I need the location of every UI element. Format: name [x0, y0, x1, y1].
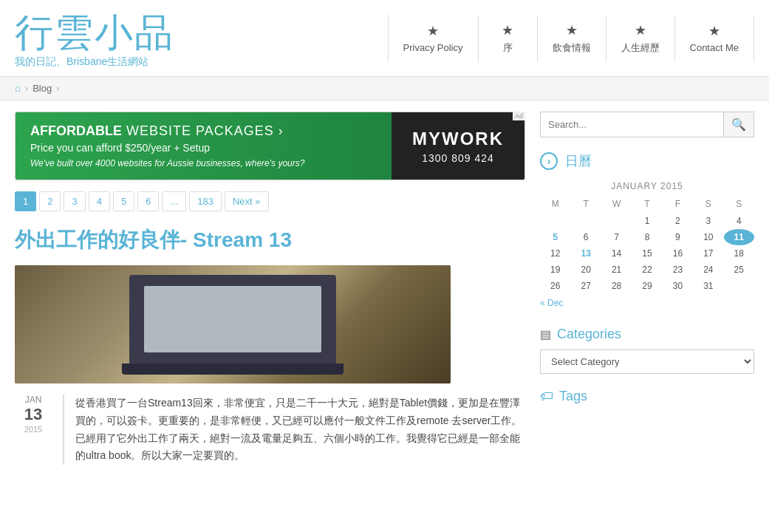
page-btn-3[interactable]: 3 — [64, 191, 85, 211]
category-select[interactable]: Select CategoryBrisbane生活旅遊飲食情報人生經歷技術分享 — [540, 349, 754, 374]
nav-item-privacy[interactable]: ★ Privacy Policy — [389, 15, 479, 62]
title-part2: 小品 — [95, 11, 174, 54]
calendar-nav[interactable]: « Dec — [540, 294, 754, 312]
page-btn-4[interactable]: 4 — [89, 191, 110, 211]
sidebar: 🔍 › 日曆 JANUARY 2015 MTWTFSS 123456789101… — [540, 112, 754, 472]
calendar-month: JANUARY 2015 — [540, 177, 754, 195]
nav-item-xu[interactable]: ★ 序 — [479, 15, 538, 62]
calendar-day[interactable]: 30 — [663, 278, 693, 294]
calendar-day[interactable]: 28 — [601, 278, 632, 294]
ad-title: AFFORDABLE WEBSITE PACKAGES › — [30, 123, 377, 139]
calendar-day[interactable]: 14 — [601, 245, 632, 262]
calendar-day[interactable]: 15 — [632, 245, 662, 262]
post-month: JAN — [25, 395, 42, 405]
calendar-day[interactable]: 9 — [663, 229, 693, 245]
nav-item-life[interactable]: ★ 人生經歷 — [606, 15, 675, 62]
ad-price: Price you can afford $250/year + Setup — [30, 142, 377, 154]
post-body: 從香港買了一台Stream13回來，非常便宜，只是二千一十大元，絕對是Table… — [63, 395, 525, 465]
nav-item-food[interactable]: ★ 飲食情報 — [538, 15, 606, 62]
calendar-weekday: M — [540, 195, 570, 213]
calendar-day[interactable]: 17 — [693, 245, 723, 262]
page-btn-ellipsis[interactable]: ... — [162, 191, 186, 211]
calendar-day[interactable]: 27 — [570, 278, 601, 294]
calendar-day[interactable]: 4 — [724, 213, 754, 229]
calendar-day[interactable]: 6 — [570, 229, 601, 245]
calendar-weekday: T — [570, 195, 601, 213]
calendar-day[interactable]: 1 — [632, 213, 662, 229]
calendar-day[interactable]: 22 — [632, 262, 662, 278]
nav-label-contact: Contact Me — [690, 42, 739, 53]
post-title: 外出工作的好良伴- Stream 13 — [15, 226, 525, 254]
categories-title-highlight: ories — [592, 327, 621, 341]
post-image-inner — [15, 265, 451, 383]
calendar-section: › 日曆 JANUARY 2015 MTWTFSS 12345678910111… — [540, 152, 754, 312]
calendar-day[interactable]: 31 — [693, 278, 723, 294]
search-button[interactable]: 🔍 — [723, 112, 753, 137]
laptop-container — [122, 275, 344, 375]
search-input[interactable] — [541, 112, 723, 137]
calendar-day — [540, 213, 570, 229]
site-subtitle: 我的日記、Brisbane生活網站 — [15, 55, 388, 69]
categories-section: ▤ Categories Select CategoryBrisbane生活旅遊… — [540, 327, 754, 374]
breadcrumb-home[interactable]: ⌂ — [15, 83, 21, 94]
calendar-weekday: S — [724, 195, 754, 213]
calendar-day[interactable]: 25 — [724, 262, 754, 278]
ad-left: AFFORDABLE WEBSITE PACKAGES › Price you … — [16, 112, 392, 180]
calendar-day[interactable]: 18 — [724, 245, 754, 262]
calendar-day[interactable]: 8 — [632, 229, 662, 245]
calendar-prev[interactable]: « Dec — [540, 298, 563, 308]
tags-label: Tags — [559, 389, 587, 403]
calendar-table: JANUARY 2015 MTWTFSS 1234567891011121314… — [540, 177, 754, 294]
search-box: 🔍 — [540, 112, 754, 137]
page-btn-2[interactable]: 2 — [39, 191, 61, 211]
page-btn-183[interactable]: 183 — [189, 191, 222, 211]
calendar-week-row: 19202122232425 — [540, 262, 754, 278]
page-btn-1[interactable]: 1 — [15, 191, 36, 211]
calendar-day[interactable]: 3 — [693, 213, 723, 229]
calendar-header: › 日曆 — [540, 152, 754, 170]
star-icon: ★ — [427, 23, 439, 39]
calendar-day[interactable]: 23 — [663, 262, 693, 278]
page-btn-5[interactable]: 5 — [113, 191, 134, 211]
calendar-week-row: 1234 — [540, 213, 754, 229]
calendar-day[interactable]: 24 — [693, 262, 723, 278]
calendar-day[interactable]: 21 — [601, 262, 632, 278]
calendar-day[interactable]: 2 — [663, 213, 693, 229]
content-area: AFFORDABLE WEBSITE PACKAGES › Price you … — [15, 112, 525, 472]
breadcrumb-sep: › — [25, 83, 28, 94]
calendar-day[interactable]: 11 — [724, 229, 754, 245]
calendar-day[interactable]: 16 — [663, 245, 693, 262]
page-btn-6[interactable]: 6 — [137, 191, 159, 211]
nav-item-contact[interactable]: ★ Contact Me — [675, 15, 754, 62]
calendar-day[interactable]: 12 — [540, 245, 570, 262]
calendar-week-row: 262728293031 — [540, 278, 754, 294]
title-part1: 行雲 — [15, 11, 95, 54]
main-nav: ★ Privacy Policy ★ 序 ★ 飲食情報 ★ 人生經歷 ★ Con… — [388, 15, 754, 62]
calendar-day[interactable]: 29 — [632, 278, 662, 294]
calendar-day[interactable]: 26 — [540, 278, 570, 294]
calendar-day[interactable]: 10 — [693, 229, 723, 245]
post-date: JAN 13 2015 — [15, 395, 52, 465]
calendar-day — [601, 213, 632, 229]
header: 行雲小品 我的日記、Brisbane生活網站 ★ Privacy Policy … — [0, 0, 769, 77]
tags-title: Tags — [559, 389, 587, 404]
ad-banner: AFFORDABLE WEBSITE PACKAGES › Price you … — [15, 112, 525, 180]
calendar-weekday: W — [601, 195, 632, 213]
calendar-day[interactable]: 13 — [570, 245, 601, 262]
ad-outer: AFFORDABLE WEBSITE PACKAGES › Price you … — [15, 112, 525, 180]
post-year: 2015 — [24, 425, 42, 434]
site-title-wrap: 行雲小品 我的日記、Brisbane生活網站 — [15, 7, 388, 69]
calendar-day[interactable]: 19 — [540, 262, 570, 278]
calendar-day[interactable]: 7 — [601, 229, 632, 245]
calendar-day[interactable]: 20 — [570, 262, 601, 278]
calendar-week-row: 12131415161718 — [540, 245, 754, 262]
calendar-day[interactable]: 5 — [540, 229, 570, 245]
tags-section: 🏷 Tags — [540, 389, 754, 404]
star-icon: ★ — [708, 23, 720, 39]
star-icon: ★ — [566, 22, 578, 38]
site-title: 行雲小品 — [15, 7, 388, 59]
calendar-circle-icon: › — [540, 152, 558, 170]
page-btn-next[interactable]: Next » — [225, 191, 269, 211]
calendar-day — [724, 278, 754, 294]
main-wrap: AFFORDABLE WEBSITE PACKAGES › Price you … — [0, 100, 769, 483]
